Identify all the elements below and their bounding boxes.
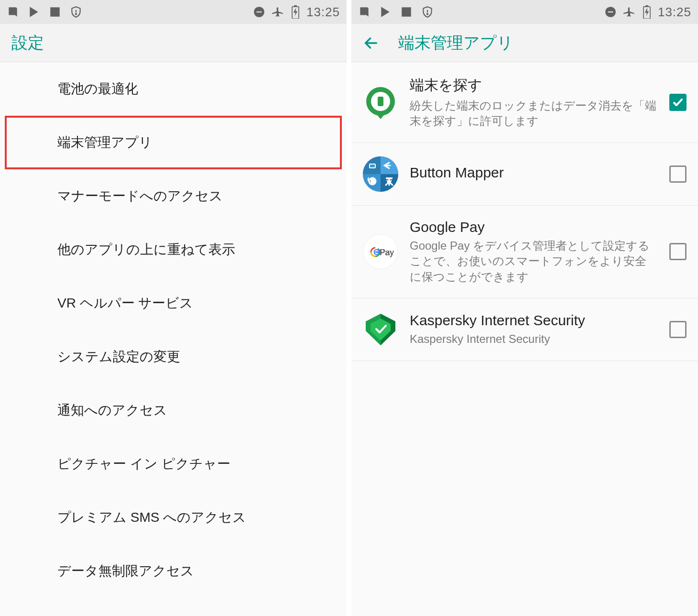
settings-item[interactable]: システム設定の変更: [0, 330, 347, 384]
find-device-icon: [363, 85, 398, 120]
settings-list[interactable]: 電池の最適化端末管理アプリマナーモードへのアクセス他のアプリの上に重ねて表示VR…: [0, 62, 347, 616]
shield-outline-icon: [421, 6, 434, 18]
settings-item-label: 通知へのアクセス: [57, 401, 167, 419]
settings-item[interactable]: プレミアム SMS へのアクセス: [0, 491, 347, 544]
gpay-icon: GPayPay: [363, 234, 398, 269]
page-title: 端末管理アプリ: [398, 32, 513, 54]
admin-app-checkbox[interactable]: [669, 243, 687, 260]
status-bar: 13:25: [351, 0, 698, 24]
notes-icon: [358, 6, 371, 18]
app-text: Google PayGoogle Pay をデバイス管理者として設定することで、…: [410, 219, 658, 285]
settings-item[interactable]: 通知へのアクセス: [0, 384, 347, 437]
battery-charging-icon: [291, 5, 300, 19]
settings-item[interactable]: マナーモードへのアクセス: [0, 169, 347, 223]
svg-rect-18: [370, 165, 375, 167]
settings-item-label: 電池の最適化: [57, 80, 138, 98]
settings-item-label: 端末管理アプリ: [57, 133, 153, 152]
status-right-icons: 13:25: [253, 5, 340, 20]
admin-app-row[interactable]: 端末を探す紛失した端末のロックまたはデータ消去を「端末を探す」に許可します: [351, 62, 698, 143]
settings-item[interactable]: 端末管理アプリ: [5, 116, 342, 169]
svg-rect-5: [294, 5, 297, 7]
notes-icon: [7, 6, 19, 18]
svg-rect-11: [645, 5, 648, 7]
battery-charging-icon: [643, 5, 651, 19]
settings-item[interactable]: VR ヘルパー サービス: [0, 276, 347, 330]
status-time: 13:25: [306, 5, 340, 20]
admin-app-row[interactable]: Kaspersky Internet SecurityKaspersky Int…: [351, 298, 698, 361]
settings-item-label: システム設定の変更: [57, 348, 180, 366]
status-bar: 13:25: [0, 0, 347, 24]
settings-item-label: プレミアム SMS へのアクセス: [57, 508, 246, 527]
admin-app-row[interactable]: Button Mapper: [351, 143, 698, 206]
app-text: Kaspersky Internet SecurityKaspersky Int…: [410, 312, 658, 347]
admin-app-checkbox[interactable]: [669, 321, 687, 338]
status-left-icons: [7, 6, 82, 18]
app-description: 紛失した端末のロックまたはデータ消去を「端末を探す」に許可します: [410, 98, 658, 129]
back-button[interactable]: [363, 35, 379, 51]
svg-text:Pay: Pay: [379, 248, 394, 257]
app-title: Google Pay: [410, 219, 658, 235]
airplane-icon: [272, 6, 284, 18]
shield-outline-icon: [70, 6, 82, 18]
settings-item[interactable]: 他のアプリの上に重ねて表示: [0, 223, 347, 276]
status-time: 13:25: [658, 5, 691, 20]
settings-item-label: ピクチャー イン ピクチャー: [57, 455, 230, 473]
status-left-icons: [358, 6, 434, 18]
app-bar: 端末管理アプリ: [351, 24, 698, 62]
settings-item-label: 他のアプリの上に重ねて表示: [57, 241, 235, 259]
app-description: Kaspersky Internet Security: [410, 331, 658, 347]
svg-point-1: [76, 13, 76, 14]
settings-item-label: マナーモードへのアクセス: [57, 187, 223, 205]
app-title: Kaspersky Internet Security: [410, 312, 658, 329]
airplane-icon: [623, 6, 636, 18]
play-store-icon: [28, 6, 40, 18]
phone-left: 13:25 設定 電池の最適化端末管理アプリマナーモードへのアクセス他のアプリの…: [0, 0, 347, 616]
image-icon: [49, 6, 61, 18]
admin-apps-list[interactable]: 端末を探す紛失した端末のロックまたはデータ消去を「端末を探す」に許可しますBut…: [351, 62, 698, 616]
settings-item[interactable]: データ無制限アクセス: [0, 544, 347, 598]
do-not-disturb-icon: [253, 6, 265, 18]
svg-point-7: [427, 13, 428, 14]
app-title: Button Mapper: [410, 165, 658, 181]
svg-rect-3: [257, 11, 262, 12]
do-not-disturb-icon: [604, 6, 617, 18]
svg-rect-9: [608, 11, 613, 12]
settings-item[interactable]: ピクチャー イン ピクチャー: [0, 437, 347, 491]
app-title: 端末を探す: [410, 76, 658, 95]
admin-app-checkbox[interactable]: [669, 165, 687, 183]
svg-rect-21: [386, 177, 392, 179]
admin-app-row[interactable]: GPayPayGoogle PayGoogle Pay をデバイス管理者として設…: [351, 206, 698, 298]
app-bar: 設定: [0, 24, 347, 62]
button-mapper-icon: [363, 156, 398, 192]
image-icon: [400, 6, 413, 18]
page-title: 設定: [11, 32, 44, 54]
app-description: Google Pay をデバイス管理者として設定することで、お使いのスマートフォ…: [410, 238, 658, 285]
status-right-icons: 13:25: [604, 5, 691, 20]
kaspersky-icon: [363, 312, 398, 347]
settings-item-label: VR ヘルパー サービス: [57, 294, 193, 312]
admin-app-checkbox[interactable]: [669, 94, 687, 111]
settings-item-label: データ無制限アクセス: [57, 562, 194, 580]
play-store-icon: [379, 6, 392, 18]
svg-rect-15: [378, 97, 383, 106]
settings-item[interactable]: 電池の最適化: [0, 62, 347, 116]
app-text: 端末を探す紛失した端末のロックまたはデータ消去を「端末を探す」に許可します: [410, 76, 658, 129]
app-text: Button Mapper: [410, 165, 658, 184]
phone-right: 13:25 端末管理アプリ 端末を探す紛失した端末のロックまたはデータ消去を「端…: [351, 0, 698, 616]
